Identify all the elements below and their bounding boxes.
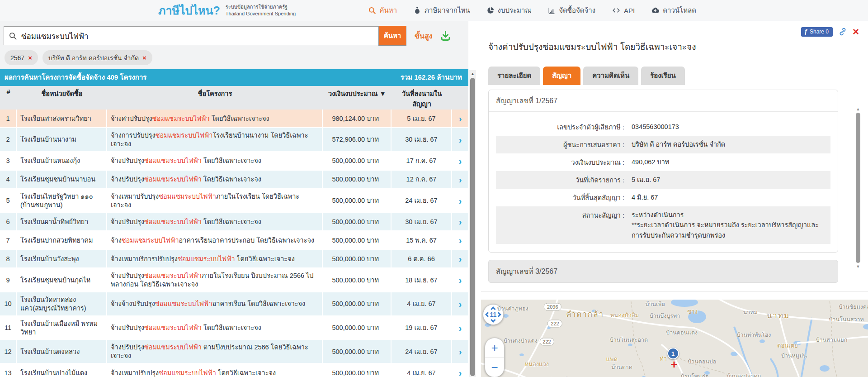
nav-item-budget[interactable]: งบประมาณ — [486, 5, 532, 16]
filter-tags: 2567×บริษัท ดี อาร์ท คอร์ปอเรชั่น จำกัด× — [0, 46, 468, 65]
nav-item-label: ค้นหา — [379, 5, 397, 16]
main-nav: ค้นหาภาษีมาจากไหนงบประมาณจัดซื้อจัดจ้างA… — [368, 5, 696, 16]
scroll-up-icon[interactable]: ▲ — [469, 70, 476, 76]
nav-item-search[interactable]: ค้นหา — [368, 5, 397, 16]
nav-item-api[interactable]: API — [612, 6, 635, 14]
table-row[interactable]: 5โรงเรียนไทยรัฐวิทยา ๑๑๐ (บ้านชมภูพาน)จ้… — [0, 189, 468, 213]
open-detail-chevron-icon[interactable]: › — [452, 213, 468, 231]
site-subtitle-th: ระบบข้อมูลการใช้จ่ายภาครัฐ — [226, 4, 288, 10]
detail-scrollbar[interactable]: ▲ ▼ — [855, 107, 861, 269]
nav-item-tax-from[interactable]: ภาษีมาจากไหน — [413, 5, 470, 16]
open-detail-chevron-icon[interactable]: › — [452, 340, 468, 364]
tab-1[interactable]: สัญญา — [543, 67, 580, 85]
row-number: 8 — [0, 250, 17, 268]
table-row[interactable]: 8โรงเรียนบ้านวังสะพุงจ้างเหมาบริการปรับป… — [0, 250, 468, 268]
open-detail-chevron-icon[interactable]: › — [452, 250, 468, 268]
open-detail-chevron-icon[interactable]: › — [452, 292, 468, 316]
column-header-0[interactable]: # — [0, 86, 17, 112]
advanced-search-link[interactable]: ขั้นสูง — [415, 30, 432, 42]
table-row[interactable]: 1โรงเรียนท่าสงครามวิทยาจ้างค่าปรับปรุงซ่… — [0, 110, 468, 128]
project-highlight: ซ่อมแซมระบบไฟฟ้า — [144, 218, 202, 225]
open-detail-chevron-icon[interactable]: › — [452, 128, 468, 152]
map-place-label: บ้านท่าพันโฮง — [736, 330, 771, 339]
permalink-icon[interactable] — [838, 27, 847, 36]
agency-name: โรงเรียนบ้านปางไม้แดง — [17, 364, 107, 377]
site-logo: ภาษีไปไหน? — [158, 1, 220, 19]
search-input[interactable]: ซ่อมแซมระบบไฟฟ้า — [4, 26, 379, 45]
row-number: 6 — [0, 213, 17, 231]
contract-date: 30 เม.ย. 67 — [392, 128, 452, 152]
detail-scrollbar-thumb[interactable] — [856, 113, 860, 263]
open-detail-chevron-icon[interactable]: › — [452, 231, 468, 250]
zoom-in-button[interactable]: + — [485, 338, 504, 358]
remove-filter-icon[interactable]: × — [142, 54, 146, 61]
contract-date: 6 ต.ค. 66 — [392, 250, 452, 268]
project-highlight: ซ่อมแซมระบบไฟฟ้า — [178, 255, 235, 262]
tab-3[interactable]: ร้องเรียน — [641, 67, 685, 85]
scrollbar-thumb[interactable] — [470, 78, 475, 376]
contract-date: 19 เม.ย. 67 — [392, 316, 452, 340]
table-row[interactable]: 7โรงเรียนปากสวยพิทยาคมจ้างซ่อมแซมระบบไฟฟ… — [0, 231, 468, 250]
project-highlight: ซ่อมแซมระบบไฟฟ้า — [152, 115, 210, 122]
open-detail-chevron-icon[interactable]: › — [452, 152, 468, 171]
column-header-3[interactable]: วงเงินงบประมาณ ▼ — [323, 86, 392, 112]
project-highlight: ซ่อมแซมระบบไฟฟ้า — [156, 132, 213, 139]
table-row[interactable]: 11โรงเรียนบ้านเมืองหมี พรหมวิทยาจ้างปรับ… — [0, 316, 468, 340]
open-detail-chevron-icon[interactable]: › — [452, 268, 468, 292]
tab-2[interactable]: ความคิดเห็น — [583, 67, 638, 85]
field-value-text: 4 มิ.ย. 67 — [632, 192, 821, 202]
field-label: เลขประจำตัวผู้เสียภาษี : — [496, 122, 632, 132]
zoom-out-button[interactable]: − — [485, 358, 504, 377]
row-number: 2 — [0, 128, 17, 152]
field-label: วงเงินงบประมาณ : — [496, 157, 632, 167]
nav-item-procurement[interactable]: จัดซื้อจัดจ้าง — [547, 5, 595, 16]
map-place-label: นาทม — [743, 308, 758, 317]
project-pre: จ้าง — [111, 237, 122, 244]
contract-card-header[interactable]: สัญญาเลขที่ 1/2567 — [489, 90, 838, 112]
open-detail-chevron-icon[interactable]: › — [452, 316, 468, 340]
close-icon[interactable]: × — [853, 27, 859, 36]
open-detail-chevron-icon[interactable]: › — [452, 189, 468, 213]
budget-amount: 500,000.00 บาท — [323, 231, 392, 250]
nav-item-download[interactable]: ดาวน์โหลด — [651, 5, 696, 16]
column-header-2[interactable]: ชื่อโครงการ — [107, 86, 323, 112]
table-row[interactable]: 13โรงเรียนบ้านปางไม้แดงจ้างเหมาปรับปรุงซ… — [0, 364, 468, 377]
map-place-label: บ้านสามแยก — [816, 335, 847, 344]
brand[interactable]: ภาษีไปไหน? ระบบข้อมูลการใช้จ่ายภาครัฐ Th… — [158, 1, 296, 19]
detail-scroll-down-icon[interactable]: ▼ — [856, 264, 860, 269]
field-value-text: ระหว่างดำเนินการ — [632, 210, 821, 220]
open-detail-chevron-icon[interactable]: › — [452, 110, 468, 128]
project-pre: จ้างปรับปรุง — [111, 218, 144, 225]
map-place-label: บ้านดอนปอ — [688, 357, 716, 366]
project-post: อาคารเรียนอาคารประกอบ โดยวิธีเฉพาะเจาะจง — [179, 237, 315, 244]
budget-amount: 500,000.00 บาท — [323, 152, 392, 171]
project-post: โดยวิธีเฉพาะเจาะจง — [210, 115, 269, 122]
results-scrollbar[interactable]: ▲ — [469, 70, 476, 377]
table-row[interactable]: 10โรงเรียนวัดหาดสองแคว(สมบูรณ์วิทยาคาร)จ… — [0, 292, 468, 316]
facebook-share-button[interactable]: f Share 0 — [801, 27, 833, 37]
table-row[interactable]: 2โรงเรียนบ้านนางามจ้างการปรับปรุงซ่อมแซม… — [0, 128, 468, 152]
column-header-1[interactable]: ชื่อหน่วยจัดซื้อ — [17, 86, 107, 112]
open-detail-chevron-icon[interactable]: › — [452, 171, 468, 189]
table-row[interactable]: 4โรงเรียนชุมชนบ้านนาบอนจ้างปรับปรุงซ่อมแ… — [0, 171, 468, 189]
project-name: จ้างปรับปรุงซ่อมแซมระบบไฟฟ้า โดยวิธีเฉพา… — [107, 171, 323, 189]
table-row[interactable]: 3โรงเรียนบ้านหนองกุ้งจ้างปรับปรุงซ่อมแซม… — [0, 152, 468, 171]
site-subtitle: ระบบข้อมูลการใช้จ่ายภาครัฐ Thailand Gove… — [226, 4, 296, 17]
contract2-card-header[interactable]: สัญญาเลขที่ 3/2567 — [488, 260, 838, 283]
open-detail-chevron-icon[interactable]: › — [452, 364, 468, 377]
contract-date: 4 เม.ย. 67 — [392, 364, 452, 377]
remove-filter-icon[interactable]: × — [28, 54, 32, 61]
contract-field-row: วงเงินงบประมาณ :490,062 บาท — [496, 153, 830, 171]
detail-scroll-up-icon[interactable]: ▲ — [856, 107, 860, 111]
pan-down-icon[interactable] — [491, 318, 495, 323]
location-map[interactable]: 11 + − บ้านคำภูทองคำตากล้าหนองบัวสิมบ้าน… — [481, 300, 868, 377]
map-marker-1[interactable]: 1 — [667, 348, 679, 359]
table-row[interactable]: 6โรงเรียนผาน้ำทิพย์วิทยาจ้างปรับปรุงซ่อม… — [0, 213, 468, 231]
download-results-icon[interactable] — [439, 30, 452, 42]
detail-tabs: รายละเอียดสัญญาความคิดเห็นร้องเรียน — [488, 67, 859, 85]
table-row[interactable]: 12โรงเรียนบ้านดงหลวงจ้างปรับปรุงซ่อมแซมร… — [0, 340, 468, 364]
table-row[interactable]: 9โรงเรียนชุมชนบ้านกุดไหจ้างปรับปรุงซ่อมแ… — [0, 268, 468, 292]
column-header-4[interactable]: วันที่ลงนามในสัญญา — [392, 86, 452, 112]
search-button[interactable]: ค้นหา — [378, 26, 406, 46]
tab-0[interactable]: รายละเอียด — [488, 67, 540, 85]
